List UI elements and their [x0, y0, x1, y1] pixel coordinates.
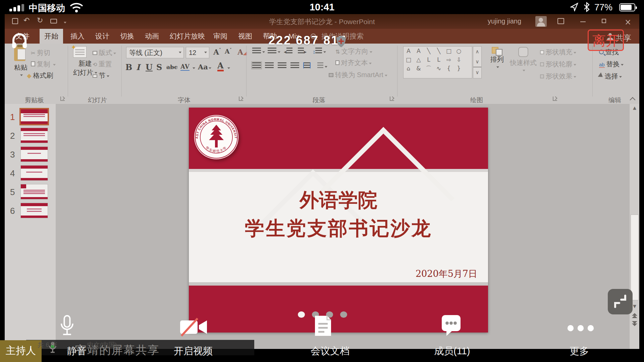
numbering-button[interactable]: [268, 48, 280, 55]
clipboard-dialog-launcher[interactable]: [60, 97, 65, 101]
minimize-button[interactable]: [580, 21, 586, 22]
select-button[interactable]: 选择: [599, 72, 622, 81]
scroll-down-icon[interactable]: ∨: [473, 57, 481, 67]
grow-font-button[interactable]: A˄: [213, 48, 221, 56]
tab-transitions[interactable]: 切换: [115, 29, 139, 44]
font-color-button[interactable]: A: [217, 62, 224, 71]
start-video-button[interactable]: [176, 318, 213, 338]
slide-thumbnail-3[interactable]: [21, 147, 48, 162]
shape-icon[interactable]: ⇨: [444, 55, 454, 64]
change-case-button[interactable]: Aa: [198, 63, 208, 71]
cut-button[interactable]: ✂ 剪切: [31, 48, 50, 57]
strikethrough-button[interactable]: abc: [166, 64, 177, 70]
shape-icon[interactable]: &: [414, 64, 424, 73]
shape-icon[interactable]: □: [444, 47, 454, 55]
align-left-button[interactable]: [252, 62, 261, 70]
columns-button[interactable]: [303, 62, 311, 70]
bold-button[interactable]: B: [125, 62, 132, 72]
paragraph-dialog-launcher[interactable]: [390, 97, 394, 101]
shape-icon[interactable]: △: [414, 55, 424, 64]
paste-button[interactable]: 粘贴: [14, 46, 28, 78]
format-painter-button[interactable]: ◆ 格式刷: [27, 71, 53, 80]
slide-thumbnail-6[interactable]: [21, 203, 48, 218]
slide-canvas[interactable]: EAST CHINA NORMAL UNIVERSITY 华东师范大学: [189, 108, 488, 333]
layout-button[interactable]: 版式: [93, 48, 116, 57]
shape-more-icon[interactable]: ∨: [473, 67, 481, 77]
meeting-docs-button[interactable]: [311, 314, 335, 339]
tab-review[interactable]: 审阅: [209, 29, 232, 44]
tab-animations[interactable]: 动画: [140, 29, 164, 44]
slide-thumbnail-4[interactable]: [21, 166, 48, 180]
collapse-ribbon-icon[interactable]: [630, 97, 636, 103]
shape-effects-button[interactable]: 形状效果: [540, 72, 576, 81]
change-case-caret[interactable]: [207, 65, 211, 71]
align-text-button[interactable]: 对齐文本: [335, 58, 372, 67]
shape-icon[interactable]: L: [424, 55, 434, 64]
account-avatar[interactable]: [535, 16, 547, 27]
italic-button[interactable]: I: [136, 62, 140, 72]
tab-home[interactable]: 开始: [40, 29, 63, 44]
scrollbar-thumb[interactable]: [631, 215, 639, 300]
align-center-button[interactable]: [265, 62, 274, 70]
font-size-combo[interactable]: 12: [186, 47, 209, 58]
scroll-up-icon[interactable]: ∧: [473, 47, 481, 57]
line-spacing-button[interactable]: ↕: [313, 48, 326, 55]
shape-icon[interactable]: ⌂: [404, 64, 414, 73]
font-color-caret[interactable]: [226, 65, 230, 71]
shape-icon[interactable]: {: [444, 64, 454, 73]
shape-icon[interactable]: ○: [454, 47, 464, 55]
members-label[interactable]: 成员(11): [434, 345, 470, 358]
shape-icon[interactable]: ⌒: [424, 64, 434, 73]
tab-insert[interactable]: 插入: [66, 29, 89, 44]
meeting-docs-label[interactable]: 会议文档: [311, 345, 350, 358]
shape-outline-button[interactable]: 形状轮廓: [540, 60, 576, 69]
character-spacing-caret[interactable]: [191, 65, 195, 71]
shape-icon[interactable]: ∿: [434, 64, 444, 73]
shape-gallery-scroll[interactable]: ∧ ∨ ∨: [473, 46, 482, 78]
character-spacing-button[interactable]: AV: [180, 63, 190, 71]
replace-button[interactable]: ab 替换: [599, 60, 624, 69]
align-right-button[interactable]: [278, 62, 286, 70]
bullets-button[interactable]: [252, 48, 265, 55]
headphones-icon[interactable]: [11, 33, 28, 50]
decrease-indent-button[interactable]: ◂: [284, 48, 292, 55]
mute-button[interactable]: [56, 315, 78, 339]
account-name[interactable]: yujing jiang: [488, 17, 521, 25]
shape-fill-button[interactable]: 形状填充: [540, 48, 576, 57]
reset-button[interactable]: ⟲ 重置: [93, 60, 112, 69]
start-video-label[interactable]: 开启视频: [174, 345, 213, 358]
clear-formatting-button[interactable]: A◢: [237, 48, 247, 56]
arrange-button[interactable]: 排列: [487, 47, 507, 70]
tab-view[interactable]: 视图: [233, 29, 257, 44]
add-remove-columns-button[interactable]: [317, 62, 327, 70]
restore-button[interactable]: [602, 19, 606, 23]
leave-meeting-button[interactable]: 离开: [588, 29, 624, 51]
quick-styles-button[interactable]: 快速样式: [510, 47, 537, 73]
shape-icon[interactable]: ╲: [434, 47, 444, 55]
drawing-dialog-launcher[interactable]: [553, 97, 557, 101]
ribbon-display-options-icon[interactable]: [557, 18, 564, 24]
increase-indent-button[interactable]: ▸: [298, 48, 307, 55]
close-button[interactable]: ×: [625, 17, 631, 27]
text-direction-button[interactable]: ⇅ 文字方向: [335, 47, 372, 56]
justify-button[interactable]: [290, 62, 299, 70]
more-button[interactable]: [566, 324, 596, 334]
shape-gallery[interactable]: AA╲╲□○□△LL⇨⇩⌂&⌒∿{}: [403, 46, 472, 78]
more-label[interactable]: 更多: [570, 345, 589, 358]
members-button[interactable]: [439, 314, 463, 338]
shape-icon[interactable]: }: [454, 64, 464, 73]
mute-label[interactable]: 静音: [67, 345, 87, 358]
shrink-font-button[interactable]: A˅: [225, 48, 232, 55]
slide-thumbnail-5[interactable]: [21, 184, 48, 199]
copy-button[interactable]: 复制: [31, 60, 56, 69]
slide-thumbnail-2[interactable]: [21, 128, 48, 143]
shape-icon[interactable]: A: [404, 47, 414, 55]
shape-icon[interactable]: A: [414, 47, 424, 55]
underline-button[interactable]: U: [146, 62, 153, 72]
shape-icon[interactable]: ╲: [424, 47, 434, 55]
tab-slideshow[interactable]: 幻灯片放映: [165, 29, 210, 44]
shape-icon[interactable]: □: [404, 55, 414, 64]
scroll-up-button[interactable]: ▲: [630, 105, 639, 110]
font-name-combo[interactable]: 等线 (正文): [126, 47, 184, 58]
language-status[interactable]: 中文(中国): [87, 341, 117, 349]
